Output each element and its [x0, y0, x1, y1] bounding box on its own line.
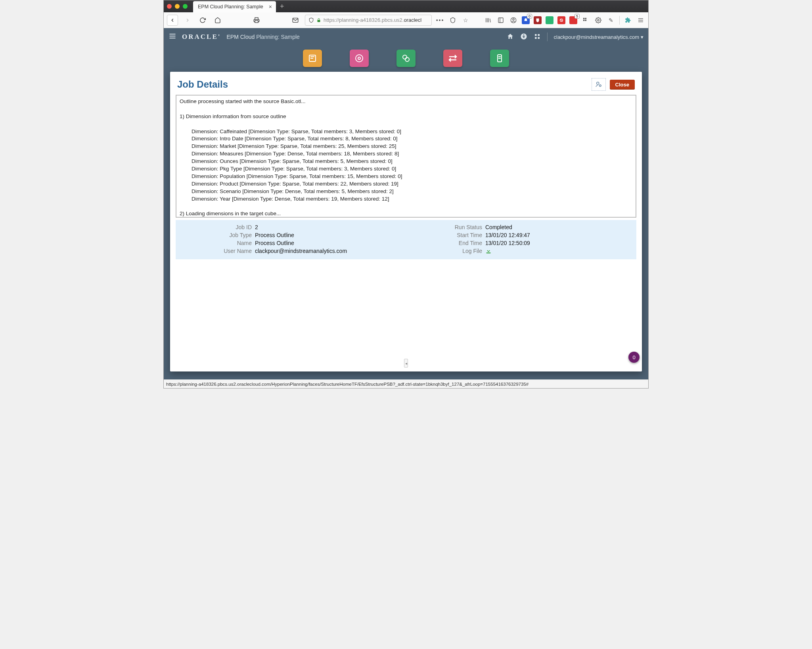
status-bar: https://planning-a418326.pbcs.us2.oracle… [164, 379, 648, 388]
ext-menu-icon[interactable] [636, 16, 645, 25]
notifications-fab[interactable]: 0 [628, 352, 640, 363]
close-button[interactable]: Close [610, 80, 635, 90]
svg-point-36 [405, 57, 409, 61]
browser-tab[interactable]: EPM Cloud Planning: Sample × [193, 1, 276, 12]
nav-tile-overview[interactable] [303, 50, 322, 67]
splitter-handle[interactable]: ◂ [404, 359, 408, 368]
ext-red-icon[interactable] [557, 16, 565, 24]
reader-icon[interactable] [448, 16, 457, 25]
ext-apps-icon[interactable] [581, 16, 590, 25]
account-icon[interactable] [509, 16, 518, 25]
back-button[interactable] [167, 15, 178, 26]
ext-sketch-icon[interactable]: ✎ [607, 16, 615, 25]
forward-button[interactable] [182, 15, 193, 26]
ext-ublock-icon[interactable] [534, 16, 542, 24]
url-text: https://planning-a418326.pbcs.us2.oracle… [324, 17, 421, 23]
sidebar-icon[interactable] [496, 16, 505, 25]
tab-title: EPM Cloud Planning: Sample [198, 4, 263, 10]
run-status-label: Run Status [406, 224, 485, 230]
svg-rect-0 [255, 20, 258, 22]
job-id-value: 2 [255, 224, 258, 230]
svg-point-17 [598, 19, 599, 21]
svg-point-35 [403, 55, 407, 59]
log-file-link[interactable] [485, 248, 492, 255]
user-name-value: clackpour@mindstreamanalytics.com [255, 248, 347, 254]
ext-green-icon[interactable] [546, 16, 553, 24]
window-controls [167, 4, 188, 9]
svg-point-10 [513, 19, 514, 20]
user-menu[interactable]: clackpour@mindstreamanalytics.com ▾ [554, 34, 644, 40]
name-label: Name [176, 240, 255, 246]
address-bar[interactable]: https://planning-a418326.pbcs.us2.oracle… [305, 15, 432, 26]
job-log-textarea[interactable]: Outline processing started with the sour… [176, 95, 636, 218]
job-type-value: Process Outline [255, 232, 294, 238]
app-header: ORACLE' EPM Cloud Planning: Sample clack… [164, 28, 648, 46]
nav-tile-jobs[interactable] [490, 50, 509, 67]
window-minimize-button[interactable] [175, 4, 180, 9]
ext-puzzle-icon[interactable] [624, 16, 632, 25]
job-type-label: Job Type [176, 232, 255, 238]
svg-rect-13 [583, 18, 584, 19]
start-time-label: Start Time [406, 232, 485, 238]
svg-rect-2 [318, 20, 320, 22]
reload-button[interactable] [197, 15, 208, 26]
end-time-value: 13/01/20 12:50:09 [485, 240, 530, 246]
modal-title: Job Details [177, 79, 228, 90]
library-icon[interactable] [484, 16, 492, 25]
nav-tile-valid[interactable] [396, 50, 416, 67]
mail-button[interactable] [290, 15, 301, 26]
new-tab-button[interactable]: + [280, 2, 284, 11]
svg-line-6 [490, 19, 490, 22]
home-button[interactable] [212, 15, 223, 26]
job-info-panel: Job ID2 Job TypeProcess Outline NameProc… [176, 220, 636, 259]
svg-point-33 [358, 57, 360, 59]
window-titlebar: EPM Cloud Planning: Sample × + [164, 0, 648, 12]
print-button[interactable] [251, 15, 262, 26]
svg-rect-16 [585, 19, 586, 21]
log-file-label: Log File [406, 248, 485, 255]
svg-rect-29 [538, 37, 540, 39]
user-name-label: User Name [176, 248, 255, 254]
nav-tiles [164, 46, 648, 75]
svg-point-25 [523, 34, 524, 35]
start-time-value: 13/01/20 12:49:47 [485, 232, 530, 238]
apps-grid-icon[interactable] [534, 33, 541, 41]
chevron-down-icon: ▾ [641, 34, 643, 40]
tab-close-icon[interactable]: × [269, 4, 272, 10]
svg-rect-26 [535, 34, 537, 36]
name-value: Process Outline [255, 240, 294, 246]
svg-point-34 [356, 55, 363, 62]
run-status-value: Completed [485, 224, 512, 230]
shield-icon [308, 17, 314, 23]
end-time-label: End Time [406, 240, 485, 246]
window-close-button[interactable] [167, 4, 172, 9]
ext-notifier-icon[interactable]: 0 [522, 16, 530, 24]
ext-lastpass-icon[interactable]: 5 [569, 16, 577, 24]
job-details-modal: Job Details Close Outline processing sta… [170, 72, 642, 371]
bookmark-star-icon[interactable]: ☆ [461, 16, 470, 25]
nav-tile-exchange[interactable] [443, 50, 462, 67]
svg-rect-28 [535, 37, 537, 39]
page-actions-icon[interactable]: ••• [436, 16, 444, 25]
download-icon [485, 248, 492, 254]
svg-rect-7 [498, 18, 503, 23]
svg-point-40 [596, 82, 599, 84]
svg-line-12 [561, 19, 563, 21]
oracle-logo: ORACLE' [182, 33, 221, 41]
svg-rect-14 [585, 18, 586, 19]
app-title: EPM Cloud Planning: Sample [226, 34, 299, 40]
nav-tile-settings[interactable] [350, 50, 369, 67]
status-url: https://planning-a418326.pbcs.us2.oracle… [166, 382, 529, 387]
svg-rect-15 [583, 19, 584, 21]
svg-rect-27 [538, 34, 540, 36]
lock-icon [316, 18, 321, 23]
accessibility-icon[interactable] [520, 33, 527, 41]
ext-settings-gear-icon[interactable] [594, 16, 603, 25]
window-maximize-button[interactable] [183, 4, 188, 9]
svg-point-41 [599, 85, 601, 87]
browser-toolbar: https://planning-a418326.pbcs.us2.oracle… [164, 12, 648, 28]
home-icon[interactable] [507, 33, 514, 41]
app-menu-icon[interactable] [169, 32, 176, 42]
refresh-users-button[interactable] [592, 78, 606, 91]
job-id-label: Job ID [176, 224, 255, 230]
